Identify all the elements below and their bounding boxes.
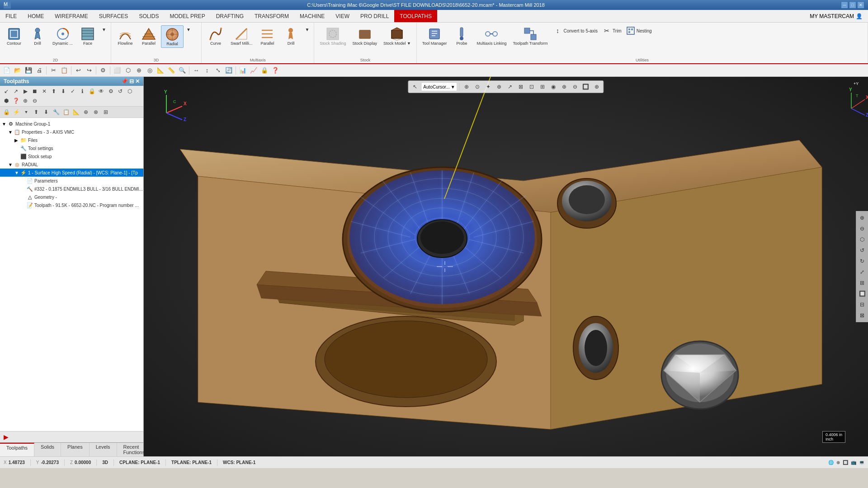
toolbar-btn-j[interactable]: ⤡ — [213, 66, 223, 75]
toolbar-btn-l[interactable]: 📊 — [238, 66, 248, 75]
panel-btn2-4[interactable]: ⬆ — [32, 108, 41, 117]
panel-btn-high[interactable]: ⬡ — [125, 87, 134, 96]
ribbon-btn-parallel-mx[interactable]: Parallel — [256, 25, 278, 47]
panel-btn-arrow-up[interactable]: ⬆ — [49, 87, 58, 96]
panel-btn2-3[interactable]: ▼ — [22, 108, 31, 117]
mini-btn-7[interactable]: ⊞ — [857, 278, 867, 288]
ribbon-btn-convert-5axis[interactable]: ↕ Convert to 5-axis — [551, 25, 599, 36]
ribbon-btn-multiaxis-linking[interactable]: Multiaxis Linking — [474, 25, 509, 47]
menu-toolpaths[interactable]: TOOLPATHS — [394, 10, 437, 22]
tab-levels[interactable]: Levels — [90, 443, 117, 456]
toolbar-cut[interactable]: ✂ — [48, 66, 58, 75]
menu-surfaces[interactable]: SURFACES — [94, 10, 134, 22]
vp-btn-13[interactable]: ⊕ — [592, 82, 602, 92]
tab-solids[interactable]: Solids — [34, 443, 61, 456]
minimize-button[interactable]: ─ — [841, 1, 848, 9]
vp-cursor-dropdown[interactable]: AutoCursor... ▼ — [421, 82, 457, 91]
vp-btn-7[interactable]: ⊡ — [527, 82, 537, 92]
tree-item-machine-group[interactable]: ▼ ⚙ Machine Group-1 — [0, 120, 143, 128]
mini-btn-2[interactable]: ⊖ — [857, 224, 867, 234]
vp-btn-6[interactable]: ⊠ — [516, 82, 526, 92]
toolbar-print[interactable]: 🖨 — [34, 66, 44, 75]
tree-expand-radial[interactable]: ▼ — [8, 162, 14, 167]
ribbon-btn-stock-display[interactable]: Stock Display — [349, 25, 380, 47]
toolbar-undo[interactable]: ↩ — [73, 66, 83, 75]
vp-btn-5[interactable]: ↗ — [505, 82, 515, 92]
ribbon-btn-tool-manager[interactable]: Tool Manager — [420, 25, 450, 47]
toolbar-redo[interactable]: ↪ — [84, 66, 94, 75]
vp-btn-1[interactable]: ⊕ — [462, 82, 472, 92]
tab-planes[interactable]: Planes — [61, 443, 90, 456]
toolbar-save[interactable]: 💾 — [24, 66, 33, 75]
toolbar-open-folder[interactable]: 📂 — [13, 66, 23, 75]
ribbon-btn-face[interactable]: Face — [76, 25, 99, 47]
tree-item-toolpath-nc[interactable]: 📝 Toolpath - 91.5K - 6652-20.NC - Progra… — [0, 201, 143, 209]
toolbar-btn-a[interactable]: ⬜ — [112, 66, 122, 75]
status-screen-icon[interactable]: 🔲 — [843, 460, 848, 465]
vp-btn-12[interactable]: 🔲 — [581, 82, 591, 92]
toolbar-btn-b[interactable]: ⬡ — [123, 66, 133, 75]
menu-machine[interactable]: MACHINE — [294, 10, 330, 22]
panel-btn-stop[interactable]: ⏹ — [30, 87, 39, 96]
toolbar-btn-k[interactable]: 🔄 — [224, 66, 234, 75]
my-mastercam-link[interactable]: MY MASTERCAM 👤 — [804, 11, 868, 21]
panel-btn2-11[interactable]: ⊞ — [101, 108, 110, 117]
menu-drafting[interactable]: DRAFTING — [211, 10, 249, 22]
mini-btn-1[interactable]: ⊕ — [857, 213, 867, 223]
run-play-button[interactable]: ▶ — [4, 433, 9, 441]
panel-btn2-5[interactable]: ⬇ — [42, 108, 51, 117]
toolbar-btn-m[interactable]: 📈 — [249, 66, 259, 75]
tree-item-tool[interactable]: 🔨 #332 - 0.1875 ENDMILL3 BULL - 3/16 BUL… — [0, 185, 143, 193]
tree-expand-props[interactable]: ▼ — [8, 130, 14, 135]
ribbon-btn-flowline[interactable]: Flowline — [114, 25, 137, 47]
ribbon-btn-contour[interactable]: Contour — [3, 25, 25, 47]
tree-item-geometry[interactable]: △ Geometry - — [0, 193, 143, 201]
tree-item-stocksetup[interactable]: ⬛ Stock setup — [0, 152, 143, 160]
panel-btn-regen[interactable]: ↺ — [116, 87, 125, 96]
maximize-button[interactable]: □ — [849, 1, 856, 9]
ribbon-expand-3d[interactable]: ▼ — [184, 26, 193, 33]
ribbon-btn-nesting[interactable]: Nesting — [624, 25, 654, 36]
panel-btn2-7[interactable]: 📋 — [61, 108, 71, 117]
tree-expand-tp1[interactable]: ▼ — [14, 170, 20, 175]
ribbon-btn-stock-shading[interactable]: Stock Shading — [317, 25, 349, 47]
panel-btn-check[interactable]: ✓ — [68, 87, 77, 96]
vp-btn-2[interactable]: ⊙ — [472, 82, 482, 92]
ribbon-btn-curve[interactable]: Curve — [204, 25, 227, 47]
panel-btn-settings[interactable]: ⚙ — [106, 87, 115, 96]
panel-btn2-10[interactable]: ⊗ — [91, 108, 100, 117]
tab-toolpaths[interactable]: Toolpaths — [0, 443, 34, 456]
tree-item-files[interactable]: ▶ 📁 Files — [0, 136, 143, 144]
mini-btn-5[interactable]: ↻ — [857, 256, 867, 266]
toolbar-btn-f[interactable]: 📏 — [166, 66, 176, 75]
panel-close-button[interactable]: ✕ — [135, 78, 140, 84]
panel-btn-delete[interactable]: ✕ — [40, 87, 49, 96]
panel-btn2-2[interactable]: ⚡ — [12, 108, 21, 117]
panel-btn-extra1[interactable]: ⊕ — [21, 96, 30, 105]
ribbon-expand-2d[interactable]: ▼ — [100, 26, 108, 33]
ribbon-btn-drill[interactable]: Drill — [26, 25, 49, 47]
tree-expand-mg[interactable]: ▼ — [2, 122, 7, 127]
panel-btn2-1[interactable]: 🔒 — [2, 108, 11, 117]
ribbon-btn-trim[interactable]: ✂ Trim — [600, 25, 623, 36]
viewport[interactable]: ↖ AutoCursor... ▼ ⊕ ⊙ ✦ ⊕ ↗ ⊠ ⊡ ⊞ ◉ ⊕ ⊖ … — [144, 77, 868, 456]
ribbon-btn-toolpath-transform[interactable]: Toolpath Transform — [510, 25, 550, 47]
vp-btn-4[interactable]: ⊕ — [494, 82, 504, 92]
vp-btn-3[interactable]: ✦ — [483, 82, 493, 92]
tree-expand-files[interactable]: ▶ — [14, 138, 20, 143]
menu-view[interactable]: VIEW — [330, 10, 355, 22]
status-computer-icon[interactable]: 💻 — [859, 460, 864, 465]
ribbon-btn-dynamic[interactable]: Dynamic ... — [50, 25, 75, 47]
ribbon-btn-radial[interactable]: Radial — [161, 25, 184, 48]
mini-btn-8[interactable]: 🔲 — [857, 289, 867, 299]
toolbar-btn-e[interactable]: 📐 — [156, 66, 165, 75]
menu-solids[interactable]: SOLIDS — [133, 10, 164, 22]
toolbar-btn-g[interactable]: 🔍 — [177, 66, 187, 75]
toolbar-btn-h[interactable]: ↔ — [191, 66, 201, 75]
tree-item-toolsettings[interactable]: 🔧 Tool settings — [0, 144, 143, 152]
panel-btn-run[interactable]: ▶ — [21, 87, 30, 96]
toolbar-settings[interactable]: ⚙ — [98, 66, 108, 75]
panel-btn2-8[interactable]: 📐 — [71, 108, 80, 117]
menu-home[interactable]: HOME — [22, 10, 49, 22]
panel-btn-deselect[interactable]: ↗ — [11, 87, 20, 96]
